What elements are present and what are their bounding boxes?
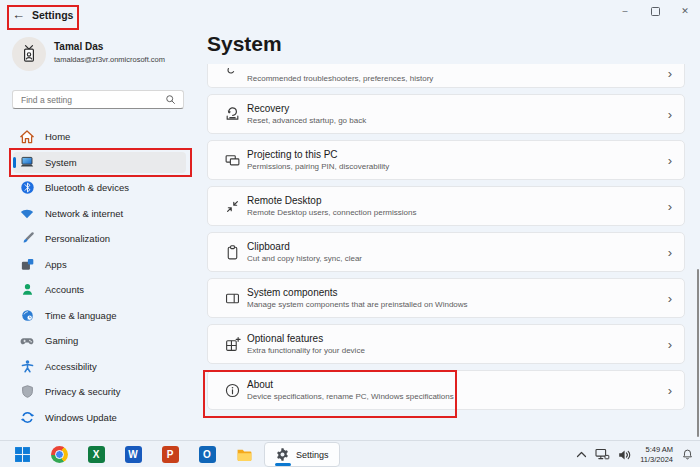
card-title: Clipboard [247, 241, 362, 252]
sidebar-item-label: Apps [45, 259, 67, 270]
user-name: Tamal Das [54, 41, 103, 52]
chevron-right-icon: › [668, 199, 672, 214]
tray-time: 5:49 AM [640, 445, 673, 455]
settings-card-troubleshoot-partial[interactable]: Recommended troubleshooters, preferences… [207, 64, 685, 88]
sidebar-item-bluetooth[interactable]: Bluetooth & devices [0, 175, 200, 201]
search-box[interactable] [12, 90, 184, 109]
sidebar-item-windows-update[interactable]: Windows Update [0, 405, 200, 431]
card-subtitle: Extra functionality for your device [247, 346, 365, 355]
powerpoint-button[interactable]: P [160, 445, 180, 465]
sidebar-item-label: Network & internet [45, 208, 123, 219]
sidebar-item-network[interactable]: Network & internet [0, 201, 200, 227]
sidebar-item-accounts[interactable]: Accounts [0, 277, 200, 303]
projecting-icon [224, 152, 241, 169]
taskbar-settings-label: Settings [296, 450, 329, 460]
start-button[interactable] [12, 445, 32, 465]
gaming-icon [19, 333, 35, 349]
card-title: Projecting to this PC [247, 149, 389, 160]
network-icon [19, 205, 35, 221]
card-title: Optional features [247, 333, 365, 344]
accounts-icon [19, 282, 35, 298]
card-subtitle: Recommended troubleshooters, preferences… [247, 74, 433, 83]
chevron-right-icon: › [668, 153, 672, 168]
taskbar-settings-button[interactable]: Settings [264, 442, 340, 467]
chrome-button[interactable] [49, 445, 69, 465]
card-subtitle: Permissions, pairing PIN, discoverabilit… [247, 162, 389, 171]
tray-clock[interactable]: 5:49 AM 11/3/2024 [640, 445, 673, 465]
folder-icon [236, 446, 253, 463]
tray-network-icon[interactable] [595, 448, 610, 461]
settings-card-optional-features[interactable]: Optional features Extra functionality fo… [207, 324, 685, 364]
taskbar: X W P O Settings 5:49 AM [0, 440, 700, 467]
sidebar-item-personalization[interactable]: Personalization [0, 226, 200, 252]
settings-card-clipboard[interactable]: Clipboard Cut and copy history, sync, cl… [207, 232, 685, 272]
home-icon [19, 129, 35, 145]
avatar[interactable] [12, 37, 46, 71]
sidebar-item-label: Time & language [45, 310, 116, 321]
about-info-icon [224, 382, 241, 399]
powerpoint-icon: P [162, 446, 179, 463]
sidebar-item-time-language[interactable]: Time & language [0, 303, 200, 329]
user-email: tamaldas@zf3vr.onmicrosoft.com [54, 55, 165, 64]
card-title: Recovery [247, 103, 366, 114]
chevron-right-icon: › [668, 337, 672, 352]
optional-features-icon [224, 336, 241, 353]
personalization-icon [19, 231, 35, 247]
card-subtitle: Remote Desktop users, connection permiss… [247, 208, 416, 217]
card-title: Remote Desktop [247, 195, 416, 206]
settings-card-recovery[interactable]: Recovery Reset, advanced startup, go bac… [207, 94, 685, 134]
system-components-icon [224, 290, 241, 307]
apps-icon [19, 256, 35, 272]
tray-volume-icon[interactable] [618, 449, 632, 461]
bluetooth-icon [19, 180, 35, 196]
privacy-shield-icon [19, 384, 35, 400]
windows-update-icon [19, 409, 35, 425]
sidebar-item-accessibility[interactable]: Accessibility [0, 354, 200, 380]
window-controls: – ✕ [610, 0, 700, 22]
chevron-right-icon: › [668, 245, 672, 260]
card-subtitle: Cut and copy history, sync, clear [247, 254, 362, 263]
scrollbar-thumb[interactable] [697, 269, 699, 437]
sidebar-item-apps[interactable]: Apps [0, 252, 200, 278]
sidebar-item-home[interactable]: Home [0, 124, 200, 150]
settings-card-list: Recovery Reset, advanced startup, go bac… [207, 94, 685, 410]
sidebar-item-label: Accessibility [45, 361, 97, 372]
word-icon: W [125, 446, 142, 463]
search-input[interactable] [13, 95, 165, 105]
minimize-button[interactable]: – [610, 0, 640, 22]
search-icon [165, 94, 176, 105]
tray-notification-bell-icon[interactable] [681, 448, 694, 461]
accessibility-icon [19, 358, 35, 374]
tray-chevron-up-icon[interactable] [576, 450, 587, 459]
sidebar-item-label: Bluetooth & devices [45, 182, 129, 193]
maximize-button[interactable] [640, 0, 670, 22]
card-title: About [247, 379, 454, 390]
sidebar-item-system[interactable]: System [0, 150, 200, 176]
time-language-icon [19, 307, 35, 323]
close-button[interactable]: ✕ [670, 0, 700, 22]
back-button[interactable]: ← [12, 7, 25, 22]
chevron-right-icon: › [668, 291, 672, 306]
outlook-icon: O [199, 446, 216, 463]
word-button[interactable]: W [123, 445, 143, 465]
sidebar-item-gaming[interactable]: Gaming [0, 328, 200, 354]
outlook-button[interactable]: O [197, 445, 217, 465]
sidebar-item-label: Windows Update [45, 412, 117, 423]
chevron-right-icon: › [668, 66, 672, 81]
chevron-right-icon: › [668, 107, 672, 122]
settings-card-projecting[interactable]: Projecting to this PC Permissions, pairi… [207, 140, 685, 180]
sidebar-item-privacy[interactable]: Privacy & security [0, 379, 200, 405]
clipboard-icon [224, 244, 241, 261]
system-icon [19, 154, 35, 170]
settings-card-about[interactable]: About Device specifications, rename PC, … [207, 370, 685, 410]
settings-card-remote-desktop[interactable]: Remote Desktop Remote Desktop users, con… [207, 186, 685, 226]
troubleshoot-icon [225, 64, 242, 82]
active-app-indicator [275, 463, 291, 466]
id-badge-icon [19, 44, 39, 64]
excel-button[interactable]: X [86, 445, 106, 465]
settings-card-system-components[interactable]: System components Manage system componen… [207, 278, 685, 318]
file-explorer-button[interactable] [234, 445, 254, 465]
sidebar-item-label: Privacy & security [45, 386, 121, 397]
chrome-icon [51, 446, 68, 463]
recovery-icon [224, 106, 241, 123]
